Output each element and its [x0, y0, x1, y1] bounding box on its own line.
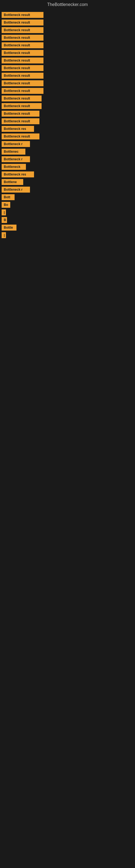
list-item: Bottlenec [2, 149, 133, 155]
bottleneck-badge: Bottleneck result [2, 111, 39, 117]
bottleneck-badge: B [2, 217, 7, 223]
list-item: | [2, 232, 133, 238]
list-item: | [2, 209, 133, 215]
bottleneck-badge: Bottleneck result [2, 133, 39, 140]
list-item: Bottleneck result [2, 73, 133, 79]
bottleneck-badge: Bottleneck r [2, 187, 30, 193]
list-item: Bottleneck result [2, 88, 133, 94]
bottleneck-badge: Bottleneck result [2, 65, 43, 71]
list-item: Bottleneck result [2, 35, 133, 41]
bottleneck-badge: Bottleneck r [2, 141, 30, 147]
bottleneck-badge: Bottleneck result [2, 27, 43, 33]
list-item: Bottlene [2, 179, 133, 185]
list-item: Bottleneck result [2, 118, 133, 124]
list-item: Bottleneck res [2, 126, 133, 132]
bottleneck-badge: Bottlene [2, 179, 23, 185]
list-item: Bottleneck result [2, 65, 133, 71]
list-item: Bottleneck r [2, 156, 133, 162]
bottleneck-badge: Bottleneck result [2, 20, 43, 26]
bottleneck-badge: Bottleneck result [2, 58, 43, 63]
list-item: Bott [2, 194, 133, 200]
list-item: Bottleneck [2, 164, 133, 170]
bottleneck-badge: Bottleneck result [2, 50, 43, 56]
bottleneck-badge: Bott [2, 194, 14, 200]
list-item: Bottleneck result [2, 20, 133, 26]
bottleneck-badge: Bottleneck result [2, 73, 43, 79]
bottleneck-badge: Bottleneck r [2, 156, 30, 162]
list-item: Bottleneck result [2, 133, 133, 140]
bottleneck-badge: Bottleneck res [2, 172, 34, 177]
site-title: TheBottlenecker.com [0, 0, 135, 9]
bottleneck-badge: Bottleneck res [2, 126, 34, 132]
bottleneck-badge: Bottleneck result [2, 95, 42, 101]
list-item: Bottle [2, 225, 133, 230]
list-item: Bottleneck result [2, 12, 133, 18]
bottleneck-badge: Bottleneck [2, 164, 26, 170]
list-item: Bottleneck result [2, 111, 133, 117]
list-item: Bottleneck result [2, 27, 133, 33]
list-item: Bo [2, 202, 133, 208]
bottleneck-badge: Bottleneck result [2, 118, 39, 124]
bottleneck-badge: Bottle [2, 225, 16, 230]
bottleneck-badge: | [2, 209, 6, 215]
bottleneck-badge: Bottlenec [2, 149, 26, 155]
list-item: B [2, 217, 133, 223]
bottleneck-badge: | [2, 232, 6, 238]
bottleneck-badge: Bottleneck result [2, 80, 43, 86]
bottleneck-badge: Bottleneck result [2, 103, 42, 109]
list-item: Bottleneck result [2, 58, 133, 63]
bottleneck-badge: Bo [2, 202, 10, 208]
bottleneck-badge: Bottleneck result [2, 35, 43, 41]
list-item: Bottleneck result [2, 50, 133, 56]
bottleneck-badge: Bottleneck result [2, 42, 43, 48]
list-item: Bottleneck result [2, 42, 133, 48]
list-item: Bottleneck result [2, 95, 133, 101]
bottleneck-badge: Bottleneck result [2, 12, 43, 18]
list-item: Bottleneck result [2, 103, 133, 109]
list-item: Bottleneck res [2, 172, 133, 177]
list-item: Bottleneck r [2, 141, 133, 147]
list-item: Bottleneck r [2, 187, 133, 193]
bottleneck-badge: Bottleneck result [2, 88, 43, 94]
items-container: Bottleneck resultBottleneck resultBottle… [0, 9, 135, 241]
list-item: Bottleneck result [2, 80, 133, 86]
